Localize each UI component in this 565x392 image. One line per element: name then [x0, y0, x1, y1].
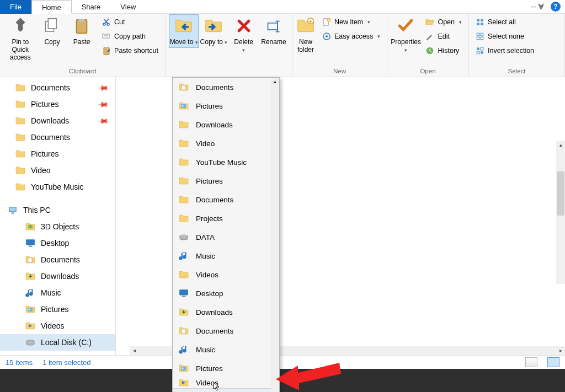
dropdown-item-13[interactable]: Documents — [173, 321, 279, 340]
dropdown-label: Music — [196, 346, 215, 354]
view-details-button[interactable] — [525, 357, 537, 367]
move-to-button[interactable]: Move to ▾ — [169, 14, 199, 48]
vertical-scrollbar[interactable]: ▴ — [556, 141, 565, 284]
nav-quick-4[interactable]: Pictures — [0, 146, 115, 162]
dropdown-item-0[interactable]: Documents — [173, 78, 279, 96]
dropdown-item-8[interactable]: DATA — [173, 228, 279, 246]
scroll-right-icon[interactable]: ▸ — [556, 346, 565, 355]
copy-button[interactable]: Copy — [37, 16, 67, 46]
dropdown-scroll-up-icon[interactable]: ▴ — [271, 78, 279, 85]
nav-pc-4[interactable]: Music — [0, 284, 115, 301]
dropdown-item-4[interactable]: YouTube Music — [173, 153, 279, 171]
dropdown-item-12[interactable]: Downloads — [173, 303, 279, 321]
nav-pc-5[interactable]: Pictures — [0, 301, 115, 318]
tab-file[interactable]: File — [0, 0, 31, 14]
svg-rect-31 — [481, 47, 483, 50]
pin-to-quick-access-button[interactable]: Pin to Quick access — [3, 16, 37, 61]
history-button[interactable]: History — [422, 45, 465, 57]
choose-location-item[interactable]: Choose location... — [173, 389, 279, 392]
nav-quick-6[interactable]: YouTube Music — [0, 179, 115, 195]
nav-quick-2[interactable]: Downloads📌 — [0, 112, 115, 129]
nav-pc-1[interactable]: Desktop — [0, 235, 115, 251]
group-label-open: Open — [391, 67, 465, 77]
rename-button[interactable]: Rename — [259, 16, 289, 46]
nav-quick-0[interactable]: Documents📌 — [0, 79, 115, 96]
copy-to-button[interactable]: Copy to ▾ — [199, 16, 228, 46]
new-item-icon — [322, 18, 331, 26]
disk-icon — [178, 232, 189, 243]
nav-quick-3[interactable]: Documents — [0, 129, 115, 146]
dropdown-item-15[interactable]: Pictures — [173, 359, 279, 378]
dropdown-item-10[interactable]: Videos — [173, 265, 279, 284]
videos-icon — [25, 321, 35, 331]
paste-button[interactable]: Paste — [67, 16, 97, 47]
delete-button[interactable]: Delete▾ — [229, 16, 259, 54]
dropdown-item-9[interactable]: Music — [173, 246, 279, 265]
group-organize: Move to ▾ Copy to ▾ Delete▾ Rename — [166, 14, 292, 77]
easy-access-button[interactable]: Easy access▾ — [319, 30, 383, 42]
nav-pc-6[interactable]: Videos — [0, 318, 115, 334]
tab-strip: File Home Share View ↔⮟ ? — [0, 0, 565, 14]
minimize-ribbon-icon[interactable]: ↔⮟ — [526, 2, 548, 11]
folder-icon — [178, 175, 189, 186]
nav-pc-0[interactable]: 3D Objects — [0, 218, 115, 235]
invert-selection-button[interactable]: Invert selection — [472, 45, 537, 57]
dropdown-label: Pictures — [196, 177, 223, 185]
svg-point-35 — [29, 309, 30, 310]
dropdown-item-14[interactable]: Music — [173, 340, 279, 359]
dropdown-label: Projects — [196, 214, 223, 223]
pin-icon: 📌 — [97, 82, 109, 94]
new-item-button[interactable]: New item▾ — [319, 16, 383, 28]
cut-button[interactable]: Cut — [99, 16, 162, 28]
copy-icon — [42, 16, 62, 36]
dropdown-item-2[interactable]: Downloads — [173, 115, 279, 134]
copy-path-button[interactable]: Copy path — [99, 30, 162, 42]
svg-rect-37 — [182, 85, 185, 90]
select-all-button[interactable]: Select all — [472, 16, 537, 28]
dropdown-item-11[interactable]: Desktop — [173, 284, 279, 303]
new-folder-button[interactable]: ✦ New folder — [296, 16, 316, 53]
scroll-left-icon[interactable]: ◂ — [130, 346, 138, 355]
select-none-button[interactable]: Select none — [472, 30, 537, 42]
nav-pc-3[interactable]: Downloads — [0, 268, 115, 284]
nav-pc-7[interactable]: Local Disk (C:) — [0, 334, 115, 351]
properties-button[interactable]: Properties▾ — [391, 16, 421, 54]
group-clipboard: Pin to Quick access Copy Paste Cut Copy … — [0, 14, 166, 77]
nav-label: Videos — [41, 321, 65, 330]
edit-button[interactable]: Edit — [422, 30, 465, 42]
dropdown-item-7[interactable]: Projects — [173, 209, 279, 228]
tab-home[interactable]: Home — [31, 0, 72, 14]
svg-rect-17 — [49, 19, 57, 29]
dropdown-item-16[interactable]: Videos — [173, 378, 279, 388]
dropdown-item-3[interactable]: Video — [173, 134, 279, 153]
dropdown-item-1[interactable]: Pictures — [173, 96, 279, 115]
pin-icon — [10, 16, 30, 36]
help-icon[interactable]: ? — [551, 2, 561, 12]
nav-label: Documents — [31, 133, 70, 142]
open-icon — [425, 18, 434, 26]
svg-rect-28 — [481, 37, 483, 40]
svg-rect-29 — [477, 47, 479, 50]
svg-point-42 — [182, 368, 184, 369]
documents-lib-icon — [178, 82, 189, 93]
scroll-up-icon[interactable]: ▴ — [556, 141, 565, 149]
pc-icon — [8, 205, 18, 215]
nav-label: Pictures — [31, 100, 59, 109]
dropdown-scrollbar[interactable]: ▴ ▾ — [271, 78, 279, 392]
nav-pc-2[interactable]: Documents — [0, 251, 115, 268]
paste-shortcut-button[interactable]: Paste shortcut — [99, 45, 162, 57]
folder-icon — [15, 83, 25, 93]
nav-quick-5[interactable]: Video — [0, 162, 115, 179]
nav-this-pc[interactable]: This PC — [0, 202, 115, 218]
view-icons-button[interactable] — [547, 357, 559, 367]
nav-quick-1[interactable]: Pictures📌 — [0, 96, 115, 112]
scrollbar-thumb[interactable] — [557, 171, 564, 216]
open-button[interactable]: Open▾ — [422, 16, 465, 28]
nav-label: This PC — [23, 206, 51, 214]
dropdown-item-6[interactable]: Documents — [173, 190, 279, 209]
invert-selection-icon — [476, 46, 484, 55]
move-to-icon — [174, 16, 194, 36]
tab-view[interactable]: View — [110, 0, 146, 14]
dropdown-item-5[interactable]: Pictures — [173, 171, 279, 190]
tab-share[interactable]: Share — [72, 0, 111, 14]
